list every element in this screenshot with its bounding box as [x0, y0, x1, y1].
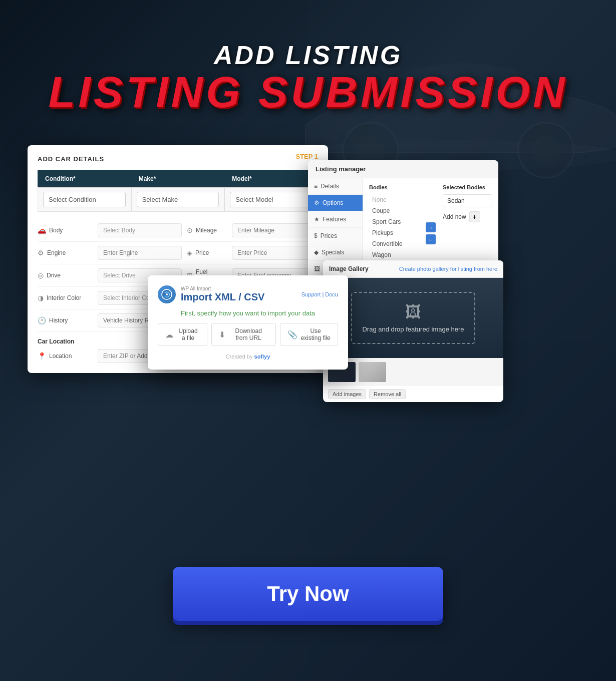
- add-new-label: Add new: [443, 213, 466, 220]
- remove-all-button[interactable]: Remove all: [369, 389, 406, 399]
- make-header: Make*: [131, 170, 225, 187]
- header-section: ADD LISTING LISTING SUBMISSION: [0, 40, 616, 114]
- add-new-row: Add new +: [443, 211, 492, 222]
- bodies-col-title: Bodies: [369, 184, 419, 190]
- model-col: Model* Select Model: [224, 170, 318, 212]
- listing-manager-header: Listing manager: [308, 160, 498, 178]
- make-col: Make* Select Make: [131, 170, 225, 212]
- drive-icon: ◎: [38, 271, 44, 279]
- use-existing-label: Use existing file: [300, 327, 331, 342]
- download-icon: ⬇: [219, 330, 225, 339]
- selected-bodies-title: Selected Bodies: [443, 184, 492, 190]
- engine-input[interactable]: [98, 246, 182, 260]
- add-images-button[interactable]: Add images: [328, 389, 366, 399]
- import-support-link[interactable]: Support | Docu: [301, 291, 338, 297]
- engine-label: ⚙ Engine: [38, 249, 93, 257]
- file-icon: 📎: [287, 330, 297, 339]
- body-item-convertible[interactable]: Convertible: [369, 238, 419, 249]
- import-header: WP All Import Import XML / CSV Support |…: [158, 285, 338, 303]
- body-icon: 🚗: [38, 226, 46, 234]
- sidebar-item-options[interactable]: ⚙ Options: [308, 195, 363, 211]
- features-icon: ★: [314, 216, 320, 223]
- condition-body: Select Condition: [38, 187, 131, 212]
- import-title: Import XML / CSV: [181, 291, 264, 303]
- add-listing-title: ADD LISTING: [0, 40, 616, 70]
- location-label: 📍 Location: [38, 352, 93, 360]
- upload-file-button[interactable]: ☁ Upload a file: [158, 323, 207, 346]
- condition-select[interactable]: Select Condition: [43, 192, 126, 207]
- interior-icon: ◑: [38, 294, 44, 302]
- thumbnail-2[interactable]: [359, 362, 386, 382]
- sidebar-item-details[interactable]: ≡ Details: [308, 178, 363, 195]
- svg-point-8: [166, 293, 168, 295]
- engine-icon: ⚙: [38, 249, 44, 257]
- download-url-label: Download from URL: [228, 327, 268, 342]
- engine-price-row: ⚙ Engine ◈ Price: [38, 242, 318, 264]
- transfer-right-btn[interactable]: →: [426, 222, 436, 232]
- image-thumbnails: [323, 358, 503, 386]
- model-body: Select Model: [224, 187, 318, 212]
- image-gallery-card: Image Gallery Create photo gallery for l…: [323, 260, 503, 402]
- history-label: 🕐 History: [38, 316, 93, 324]
- created-by-text: Created by: [226, 354, 253, 360]
- prices-icon: $: [314, 232, 318, 239]
- sidebar-item-features[interactable]: ★ Features: [308, 211, 363, 228]
- download-url-button[interactable]: ⬇ Download from URL: [211, 323, 276, 346]
- main-content: STEP 1 ADD CAR DETAILS Condition* Select…: [28, 145, 588, 373]
- model-select[interactable]: Select Model: [230, 192, 313, 207]
- import-xml-card: WP All Import Import XML / CSV Support |…: [148, 275, 348, 370]
- condition-header: Condition*: [38, 170, 131, 187]
- make-body: Select Make: [131, 187, 225, 212]
- body-item-wagon[interactable]: Wagon: [369, 249, 419, 260]
- listing-submission-title: LISTING SUBMISSION: [0, 70, 616, 114]
- body-label: 🚗 Body: [38, 226, 93, 234]
- image-gallery-dropzone[interactable]: 🖼 Drag and drop featured image here: [323, 278, 503, 358]
- add-new-button[interactable]: +: [469, 211, 480, 222]
- mileage-input[interactable]: [232, 223, 318, 237]
- body-item-sport[interactable]: Sport Cars: [369, 216, 419, 227]
- condition-col: Condition* Select Condition: [38, 170, 131, 212]
- location-icon: 📍: [38, 352, 46, 360]
- history-icon: 🕐: [38, 316, 46, 324]
- top-form-row: Condition* Select Condition Make* Select…: [38, 170, 318, 212]
- upload-file-label: Upload a file: [176, 327, 200, 342]
- body-item-coupe[interactable]: Coupe: [369, 205, 419, 216]
- price-input[interactable]: [232, 246, 318, 260]
- mileage-icon: ⊙: [187, 226, 193, 234]
- image-gallery-header: Image Gallery Create photo gallery for l…: [323, 260, 503, 278]
- image-gallery-actions: Add images Remove all: [323, 386, 503, 402]
- specials-icon: ◆: [314, 249, 319, 256]
- sidebar-item-prices[interactable]: $ Prices: [308, 228, 363, 244]
- import-title-block: WP All Import Import XML / CSV: [181, 286, 264, 303]
- import-subtitle: First, specify how you want to import yo…: [158, 309, 338, 317]
- options-icon: ⚙: [314, 199, 320, 206]
- sidebar-item-specials[interactable]: ◆ Specials: [308, 244, 363, 261]
- make-select[interactable]: Select Make: [137, 192, 219, 207]
- soflyy-brand: soflyy: [254, 354, 270, 360]
- images-icon: 🖼: [314, 265, 320, 272]
- try-now-section: Try Now: [0, 567, 616, 621]
- selected-body-sedan: Sedan: [443, 194, 492, 207]
- drive-label: ◎ Drive: [38, 271, 93, 279]
- transfer-left-btn[interactable]: ←: [426, 234, 436, 244]
- body-mileage-row: 🚗 Body Select Body ⊙ Mileage: [38, 219, 318, 242]
- body-item-none[interactable]: None: [369, 194, 419, 205]
- drop-text: Drag and drop featured image here: [362, 325, 464, 333]
- dropzone-border: 🖼 Drag and drop featured image here: [351, 292, 475, 344]
- step-label: STEP 1: [295, 153, 318, 160]
- try-now-button[interactable]: Try Now: [173, 567, 443, 621]
- details-icon: ≡: [314, 183, 318, 190]
- add-car-title: ADD CAR DETAILS: [38, 155, 318, 163]
- price-icon: ◈: [187, 249, 192, 257]
- model-header: Model*: [224, 170, 318, 187]
- upload-icon: ☁: [165, 330, 173, 339]
- mileage-label: ⊙ Mileage: [187, 226, 227, 234]
- import-buttons: ☁ Upload a file ⬇ Download from URL 📎 Us…: [158, 323, 338, 346]
- import-logo: [158, 285, 176, 303]
- body-item-pickups[interactable]: Pickups: [369, 227, 419, 238]
- image-gallery-title: Image Gallery: [329, 265, 369, 272]
- body-select[interactable]: Select Body: [98, 223, 182, 237]
- use-existing-button[interactable]: 📎 Use existing file: [280, 323, 338, 346]
- price-label: ◈ Price: [187, 249, 227, 257]
- image-gallery-link[interactable]: Create photo gallery for listing from he…: [399, 266, 497, 272]
